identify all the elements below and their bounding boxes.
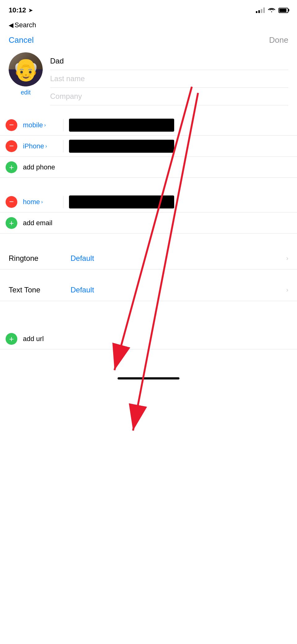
contact-header: edit <box>0 49 297 105</box>
last-name-row <box>50 70 288 88</box>
redacted-email-1 <box>69 195 174 208</box>
section-gap-4 <box>0 301 297 315</box>
phone-section: mobile › iPhone › add phone <box>0 115 297 178</box>
back-label[interactable]: Search <box>15 21 36 29</box>
home-email-label[interactable]: home › <box>23 198 63 206</box>
section-gap-5 <box>0 315 297 328</box>
iphone-phone-row: iPhone › <box>0 136 297 157</box>
add-email-button[interactable] <box>6 217 17 229</box>
contact-name-fields <box>50 52 288 105</box>
add-url-row[interactable]: add url <box>0 328 297 349</box>
text-tone-label: Text Tone <box>9 286 71 294</box>
add-url-label[interactable]: add url <box>23 335 44 343</box>
add-phone-button[interactable] <box>6 161 17 173</box>
add-phone-label[interactable]: add phone <box>23 163 55 171</box>
ringtone-row[interactable]: Ringtone Default › <box>0 247 297 269</box>
status-time: 10:12 ➤ <box>9 6 32 14</box>
last-name-input[interactable] <box>50 74 288 83</box>
section-gap-3 <box>0 269 297 279</box>
remove-home-email-button[interactable] <box>6 196 17 208</box>
mobile-phone-value[interactable] <box>69 119 297 132</box>
iphone-phone-value[interactable] <box>69 140 297 153</box>
ringtone-value: Default <box>71 254 286 263</box>
battery-icon <box>278 8 288 13</box>
avatar[interactable] <box>9 52 43 86</box>
cancel-button[interactable]: Cancel <box>9 35 34 45</box>
first-name-row <box>50 52 288 70</box>
avatar-section: edit <box>9 52 43 96</box>
row-divider <box>63 119 63 131</box>
redacted-phone-1 <box>69 119 174 132</box>
iphone-label[interactable]: iPhone › <box>23 142 63 150</box>
add-phone-row[interactable]: add phone <box>0 157 297 178</box>
wifi-icon <box>268 7 275 14</box>
section-gap-1 <box>0 178 297 191</box>
section-gap-2 <box>0 234 297 247</box>
row-divider-2 <box>63 140 63 152</box>
company-input[interactable] <box>50 92 288 101</box>
add-url-button[interactable] <box>6 333 17 345</box>
home-email-row: home › <box>0 191 297 212</box>
add-email-label[interactable]: add email <box>23 219 52 227</box>
mobile-phone-row: mobile › <box>0 115 297 136</box>
nav-back[interactable]: ◀ Search <box>0 19 297 31</box>
home-indicator <box>118 377 179 379</box>
home-email-value[interactable] <box>69 195 297 208</box>
company-row <box>50 88 288 105</box>
status-icons <box>256 7 288 14</box>
location-icon: ➤ <box>28 7 32 13</box>
text-tone-value: Default <box>71 286 286 294</box>
done-button[interactable]: Done <box>269 35 288 45</box>
back-arrow-icon: ◀ <box>9 21 13 29</box>
ringtone-chevron-icon: › <box>286 255 288 262</box>
mobile-chevron-icon: › <box>44 122 46 128</box>
home-chevron-icon: › <box>41 199 43 205</box>
home-indicator-area <box>0 368 297 386</box>
first-name-input[interactable] <box>50 57 288 65</box>
mobile-label[interactable]: mobile › <box>23 121 63 129</box>
remove-iphone-button[interactable] <box>6 140 17 152</box>
add-email-row[interactable]: add email <box>0 212 297 234</box>
ringtone-label: Ringtone <box>9 254 71 263</box>
signal-icon <box>256 7 265 13</box>
email-section: home › add email <box>0 191 297 234</box>
remove-mobile-button[interactable] <box>6 119 17 131</box>
edit-photo-link[interactable]: edit <box>21 89 31 96</box>
row-divider-3 <box>63 196 63 208</box>
iphone-chevron-icon: › <box>45 143 47 149</box>
text-tone-row[interactable]: Text Tone Default › <box>0 279 297 301</box>
redacted-phone-2 <box>69 140 174 153</box>
status-bar: 10:12 ➤ <box>0 0 297 19</box>
action-bar: Cancel Done <box>0 31 297 49</box>
text-tone-chevron-icon: › <box>286 286 288 293</box>
